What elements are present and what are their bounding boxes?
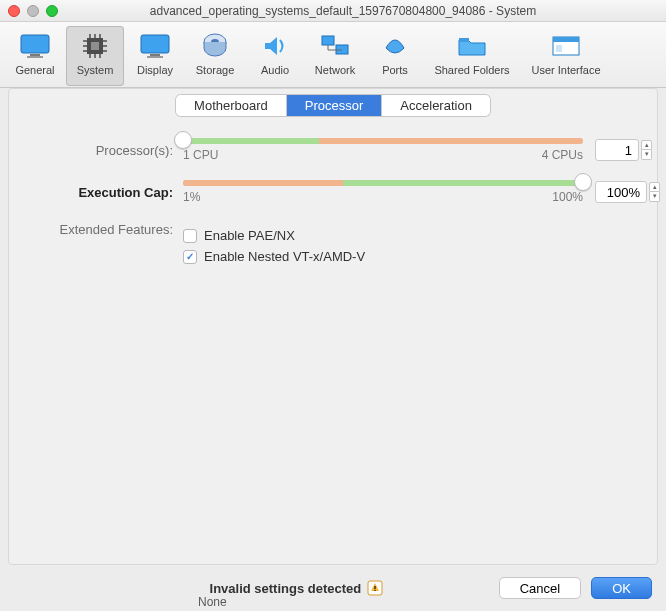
ports-icon <box>379 30 411 62</box>
step-up-icon[interactable]: ▴ <box>649 182 660 192</box>
toolbar-general[interactable]: General <box>6 26 64 86</box>
step-up-icon[interactable]: ▴ <box>641 140 652 150</box>
toolbar: General System Display Storage Audio Net… <box>0 22 666 88</box>
status-message: Invalid settings detected <box>104 580 489 596</box>
window-title: advanced_operating_systems_default_15976… <box>28 4 658 18</box>
background-text: None <box>198 595 227 609</box>
svg-rect-26 <box>459 38 469 42</box>
svg-rect-32 <box>374 590 376 591</box>
warning-icon[interactable] <box>367 580 383 596</box>
close-icon[interactable] <box>8 5 20 17</box>
toolbar-label: User Interface <box>531 64 600 76</box>
processor-stepper[interactable]: ▴ ▾ <box>641 140 652 160</box>
chip-icon <box>79 30 111 62</box>
scale-min: 1% <box>183 190 200 204</box>
toolbar-audio[interactable]: Audio <box>246 26 304 86</box>
svg-rect-22 <box>322 36 334 45</box>
step-down-icon[interactable]: ▾ <box>641 150 652 160</box>
toolbar-network[interactable]: Network <box>306 26 364 86</box>
svg-rect-4 <box>91 42 99 50</box>
toolbar-system[interactable]: System <box>66 26 124 86</box>
toolbar-label: Audio <box>261 64 289 76</box>
extended-row: Extended Features: Enable PAE/NX Enable … <box>23 222 643 264</box>
tab-acceleration[interactable]: Acceleration <box>382 95 490 116</box>
toolbar-label: Display <box>137 64 173 76</box>
nested-checkbox-row[interactable]: Enable Nested VT-x/AMD-V <box>183 249 643 264</box>
toolbar-display[interactable]: Display <box>126 26 184 86</box>
slider-knob[interactable] <box>574 173 592 191</box>
exec-cap-label: Execution Cap: <box>23 185 183 200</box>
scale-max: 4 CPUs <box>542 148 583 162</box>
ui-icon <box>550 30 582 62</box>
subtab-bar: Motherboard Processor Acceleration <box>23 95 643 116</box>
tab-motherboard[interactable]: Motherboard <box>176 95 287 116</box>
svg-rect-18 <box>150 54 160 56</box>
tab-processor[interactable]: Processor <box>287 95 383 116</box>
svg-rect-28 <box>553 37 579 42</box>
svg-rect-19 <box>147 56 163 58</box>
titlebar: advanced_operating_systems_default_15976… <box>0 0 666 22</box>
slider-knob[interactable] <box>174 131 192 149</box>
disk-icon <box>199 30 231 62</box>
step-down-icon[interactable]: ▾ <box>649 192 660 202</box>
toolbar-user-interface[interactable]: User Interface <box>520 26 612 86</box>
toolbar-shared-folders[interactable]: Shared Folders <box>426 26 518 86</box>
checkbox-icon[interactable] <box>183 229 197 243</box>
footer: Invalid settings detected Cancel OK <box>0 565 666 611</box>
pae-checkbox-row[interactable]: Enable PAE/NX <box>183 228 643 243</box>
exec-cap-row: Execution Cap: 1% 100% ▴ ▾ <box>23 180 643 204</box>
svg-rect-31 <box>374 586 376 589</box>
speaker-icon <box>259 30 291 62</box>
monitor-icon <box>19 30 51 62</box>
scale-max: 100% <box>552 190 583 204</box>
toolbar-label: Shared Folders <box>434 64 509 76</box>
svg-rect-0 <box>21 35 49 53</box>
exec-cap-stepper[interactable]: ▴ ▾ <box>649 182 660 202</box>
folder-icon <box>456 30 488 62</box>
ok-button[interactable]: OK <box>591 577 652 599</box>
exec-cap-slider[interactable]: 1% 100% <box>183 180 583 204</box>
toolbar-label: Network <box>315 64 355 76</box>
content-panel: Motherboard Processor Acceleration Proce… <box>8 88 658 565</box>
checkbox-checked-icon[interactable] <box>183 250 197 264</box>
toolbar-label: Ports <box>382 64 408 76</box>
toolbar-label: System <box>77 64 114 76</box>
processor-slider[interactable]: 1 CPU 4 CPUs <box>183 138 583 162</box>
toolbar-ports[interactable]: Ports <box>366 26 424 86</box>
processor-label: Processor(s): <box>23 143 183 158</box>
network-icon <box>319 30 351 62</box>
toolbar-label: Storage <box>196 64 235 76</box>
processor-form: Processor(s): 1 CPU 4 CPUs ▴ ▾ <box>23 138 643 264</box>
display-icon <box>139 30 171 62</box>
processor-row: Processor(s): 1 CPU 4 CPUs ▴ ▾ <box>23 138 643 162</box>
svg-rect-1 <box>30 54 40 56</box>
extended-label: Extended Features: <box>23 222 183 237</box>
scale-min: 1 CPU <box>183 148 218 162</box>
exec-cap-input[interactable] <box>595 181 647 203</box>
processor-count-input[interactable] <box>595 139 639 161</box>
svg-rect-17 <box>141 35 169 53</box>
toolbar-label: General <box>15 64 54 76</box>
cancel-button[interactable]: Cancel <box>499 577 581 599</box>
svg-rect-2 <box>27 56 43 58</box>
pae-label: Enable PAE/NX <box>204 228 295 243</box>
toolbar-storage[interactable]: Storage <box>186 26 244 86</box>
nested-label: Enable Nested VT-x/AMD-V <box>204 249 365 264</box>
svg-rect-29 <box>556 45 562 52</box>
